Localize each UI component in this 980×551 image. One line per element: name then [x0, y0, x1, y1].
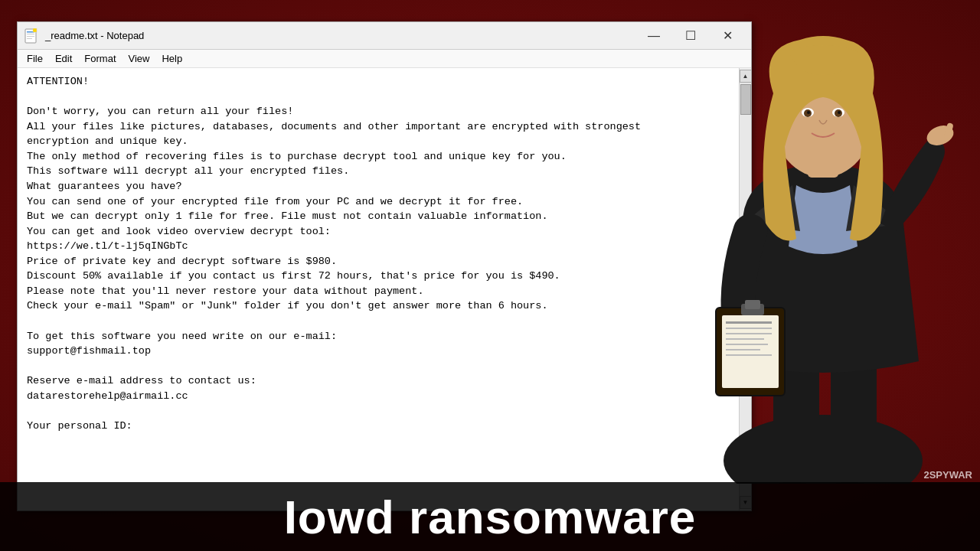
- menu-help[interactable]: Help: [155, 51, 188, 66]
- svg-rect-3: [27, 36, 34, 37]
- svg-rect-5: [33, 28, 37, 32]
- caption-text: Iowd ransomware: [284, 490, 697, 544]
- title-bar: _readme.txt - Notepad — ☐ ✕: [18, 22, 751, 50]
- menu-format[interactable]: Format: [78, 51, 122, 66]
- svg-rect-24: [726, 338, 764, 340]
- svg-rect-20: [722, 315, 779, 388]
- person-image: [674, 32, 980, 484]
- watermark: 2SPYWAR: [923, 469, 972, 481]
- notepad-icon: [24, 28, 39, 44]
- notepad-window: _readme.txt - Notepad — ☐ ✕ File Edit Fo…: [17, 21, 752, 511]
- svg-rect-27: [726, 354, 772, 356]
- svg-rect-21: [726, 321, 772, 324]
- svg-rect-25: [726, 344, 768, 345]
- menu-file[interactable]: File: [21, 51, 49, 66]
- text-container: ATTENTION! Don't worry, you can return a…: [18, 68, 751, 510]
- svg-rect-23: [726, 333, 772, 334]
- svg-rect-22: [726, 328, 772, 329]
- svg-rect-4: [27, 38, 32, 39]
- menu-edit[interactable]: Edit: [49, 51, 78, 66]
- menu-view[interactable]: View: [122, 51, 156, 66]
- notepad-text-content[interactable]: ATTENTION! Don't worry, you can return a…: [18, 68, 739, 510]
- svg-rect-2: [27, 34, 34, 34]
- svg-point-6: [724, 415, 923, 484]
- svg-rect-26: [726, 349, 760, 350]
- caption-bar: Iowd ransomware: [0, 482, 980, 551]
- svg-point-15: [807, 111, 810, 114]
- svg-point-16: [838, 111, 841, 114]
- minimize-button[interactable]: —: [636, 24, 671, 47]
- svg-rect-29: [745, 300, 760, 309]
- window-title: _readme.txt - Notepad: [45, 30, 636, 41]
- menu-bar: File Edit Format View Help: [18, 50, 751, 68]
